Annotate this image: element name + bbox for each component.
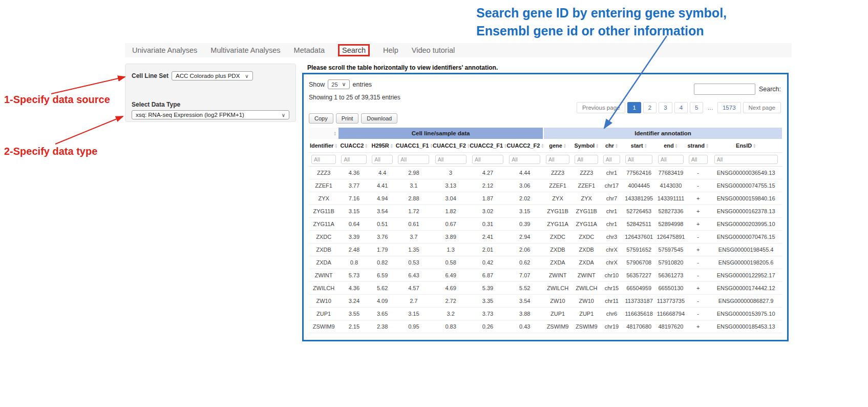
cell-cuacc1-f2: 0.58	[432, 256, 469, 269]
filter-input-chr[interactable]	[603, 155, 620, 164]
table-row[interactable]: ZZZ34.364.42.9834.274.44ZZZ3ZZZ3chr17756…	[309, 167, 782, 179]
cell-chr: chrX	[601, 256, 622, 269]
cell-cuacc2-f2: 0.62	[506, 256, 543, 269]
filter-input-ensid[interactable]	[714, 155, 778, 164]
filter-input-strand[interactable]	[689, 155, 708, 164]
table-row[interactable]: ZYX7.164.942.883.041.872.02ZYXZYXchr7143…	[309, 192, 782, 205]
column-header-cuacc2-f2[interactable]: CUACC2_F2▲▼	[506, 139, 543, 153]
cell-ensid: ENSG00000203995.10	[710, 218, 782, 231]
data-type-select[interactable]: xsq: RNA-seq Expression (log2 FPKM+1) ∨	[132, 110, 289, 119]
cell-cuacc1-f1: 3.1	[395, 179, 432, 192]
cell-gene: ZXDA	[543, 256, 572, 269]
column-header-cuacc1-f1[interactable]: CUACC1_F1▲▼	[395, 139, 432, 153]
cell-ensid: ENSG00000070476.15	[710, 231, 782, 243]
cell-cuacc2-f1: 2.41	[469, 231, 506, 243]
cell-cuacc2-f2: 0.39	[506, 218, 543, 231]
column-header-cuacc1-f2[interactable]: CUACC1_F2▲▼	[432, 139, 469, 153]
column-header-chr[interactable]: chr▲▼	[601, 139, 622, 153]
cell-strand: -	[686, 167, 710, 179]
cell-start: 56357227	[623, 269, 655, 282]
column-header-end[interactable]: end▲▼	[655, 139, 686, 153]
filter-input-cuacc1-f2[interactable]	[435, 155, 467, 164]
page-length-select[interactable]: 25 ∨	[328, 79, 349, 89]
sort-down-icon: ▼	[467, 146, 470, 149]
pagination-page-2[interactable]: 2	[643, 102, 657, 113]
table-row[interactable]: ZW103.244.092.72.723.353.54ZW10ZW10chr11…	[309, 295, 782, 308]
sort-icon: ▲▼	[644, 144, 647, 149]
sort-icon: ▲▼	[675, 144, 678, 149]
table-row[interactable]: ZSWIM92.152.380.950.830.260.43ZSWIM9ZSWI…	[309, 320, 782, 333]
cell-ensid: ENSG00000086827.9	[710, 295, 782, 308]
pagination-page-1573[interactable]: 1573	[717, 102, 741, 113]
nav-tab-multivariate-analyses[interactable]: Multivariate Analyses	[210, 46, 280, 54]
cell-start: 113733187	[623, 295, 655, 308]
cell-cuacc2-f1: 0.42	[469, 256, 506, 269]
print-button[interactable]: Print	[336, 113, 359, 124]
filter-input-cuacc1-f1[interactable]	[398, 155, 429, 164]
show-label: Show	[309, 81, 325, 88]
column-header-identifier[interactable]: Identifier▲▼	[309, 139, 338, 153]
column-header-label: EnsID	[736, 143, 752, 149]
cell-identifier: ZUP1	[309, 308, 338, 320]
table-row[interactable]: ZYG11B3.153.541.721.823.023.15ZYG11BZYG1…	[309, 205, 782, 218]
column-header-gene[interactable]: gene▲▼	[543, 139, 572, 153]
chevron-down-icon: ∨	[245, 73, 248, 79]
table-row[interactable]: ZWINT5.736.596.436.496.877.07ZWINTZWINTc…	[309, 269, 782, 282]
column-header-label: strand	[687, 143, 705, 149]
filter-input-identifier[interactable]	[311, 155, 336, 164]
filter-input-cuacc2[interactable]	[341, 155, 367, 164]
column-header-strand[interactable]: strand▲▼	[686, 139, 710, 153]
filter-cell	[623, 153, 655, 167]
table-group-header-row: ▲▼Cell line/sample dataIdentifier annota…	[309, 128, 782, 139]
cell-h295r: 0.82	[369, 256, 395, 269]
nav-tab-metadata[interactable]: Metadata	[294, 46, 325, 54]
annotation-step1: 1-Specify data source	[4, 94, 110, 106]
table-row[interactable]: ZWILCH4.365.624.574.695.395.52ZWILCHZWIL…	[309, 282, 782, 295]
filter-input-cuacc2-f2[interactable]	[509, 155, 540, 164]
sort-icon: ▲▼	[365, 144, 368, 149]
pagination-page-1[interactable]: 1	[627, 102, 641, 113]
column-header-start[interactable]: start▲▼	[623, 139, 655, 153]
filter-input-start[interactable]	[625, 155, 653, 164]
nav-tab-help[interactable]: Help	[383, 46, 398, 54]
pagination-page-4[interactable]: 4	[674, 102, 688, 113]
cell-strand: +	[686, 243, 710, 256]
column-header-cuacc2[interactable]: CUACC2▲▼	[338, 139, 369, 153]
cell-gene: ZYX	[543, 192, 572, 205]
table-row[interactable]: ZXDB2.481.791.351.32.012.06ZXDBZXDBchrX5…	[309, 243, 782, 256]
pagination-previous-button[interactable]: Previous page	[577, 102, 626, 113]
column-header-cuacc2-f1[interactable]: CUACC2_F1▲▼	[469, 139, 506, 153]
table-search-input[interactable]	[694, 84, 755, 95]
download-button[interactable]: Download	[361, 113, 397, 124]
filter-input-h295r[interactable]	[372, 155, 393, 164]
nav-tab-video-tutorial[interactable]: Video tutorial	[412, 46, 455, 54]
table-sort-corner[interactable]: ▲▼	[309, 128, 338, 139]
filter-input-symbol[interactable]	[575, 155, 598, 164]
filter-input-end[interactable]	[658, 155, 684, 164]
table-search: Search:	[694, 84, 781, 95]
column-header-label: Identifier	[310, 143, 333, 149]
column-header-symbol[interactable]: Symbol▲▼	[572, 139, 601, 153]
table-row[interactable]: ZUP13.553.653.153.23.733.88ZUP1ZUP1chr61…	[309, 308, 782, 320]
pagination-ellipsis: …	[705, 103, 715, 113]
cell-ensid: ENSG00000198205.6	[710, 256, 782, 269]
column-header-ensid[interactable]: EnsID▲▼	[710, 139, 782, 153]
cell-line-set-select[interactable]: ACC Colorado plus PDX ∨	[172, 71, 253, 80]
filter-input-gene[interactable]	[546, 155, 569, 164]
red-arrow-1	[51, 77, 125, 94]
nav-tab-search[interactable]: Search	[338, 44, 370, 56]
filter-input-cuacc2-f1[interactable]	[472, 155, 503, 164]
table-row[interactable]: ZZEF13.774.413.13.132.123.06ZZEF1ZZEF1ch…	[309, 179, 782, 192]
cell-h295r: 0.51	[369, 218, 395, 231]
cell-end: 57597545	[655, 243, 686, 256]
table-row[interactable]: ZXDA0.80.820.530.580.420.62ZXDAZXDAchrX5…	[309, 256, 782, 269]
column-header-h295r[interactable]: H295R▲▼	[369, 139, 395, 153]
table-row[interactable]: ZYG11A0.640.510.610.670.310.39ZYG11AZYG1…	[309, 218, 782, 231]
pagination-page-5[interactable]: 5	[690, 102, 703, 113]
table-row[interactable]: ZXDC3.393.763.73.892.412.94ZXDCZXDCchr31…	[309, 231, 782, 243]
copy-button[interactable]: Copy	[309, 113, 333, 124]
pagination-page-3[interactable]: 3	[659, 102, 672, 113]
cell-strand: -	[686, 231, 710, 243]
nav-tab-univariate-analyses[interactable]: Univariate Analyses	[132, 46, 197, 54]
pagination-next-button[interactable]: Next page	[743, 102, 781, 113]
